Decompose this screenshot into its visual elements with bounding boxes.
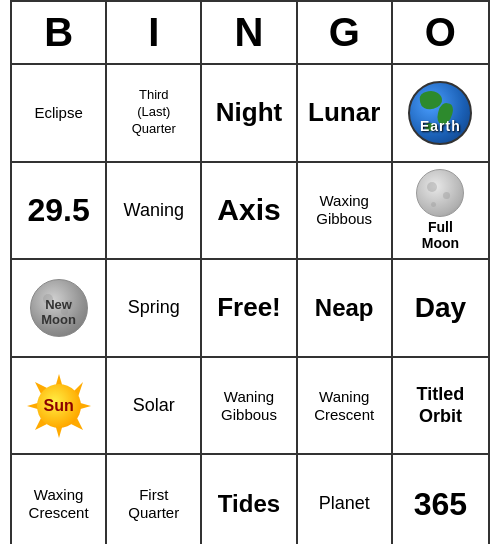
- cell-solar-text: Solar: [133, 395, 175, 417]
- cell-third-quarter[interactable]: Third(Last)Quarter: [107, 65, 202, 163]
- cell-planet[interactable]: Planet: [298, 455, 393, 544]
- sun-body: Sun: [37, 384, 81, 428]
- cell-tides[interactable]: Tides: [202, 455, 297, 544]
- header-o: O: [393, 2, 488, 63]
- new-moon-icon: NewMoon: [30, 279, 88, 337]
- cell-waxing-gibbous-text: WaxingGibbous: [316, 192, 372, 228]
- header-g: G: [298, 2, 393, 63]
- cell-night-text: Night: [216, 97, 282, 128]
- earth-icon: Earth: [408, 81, 472, 145]
- cell-waxing-crescent-text: WaxingCrescent: [29, 486, 89, 522]
- moon-icon: [416, 169, 464, 217]
- sun-container: Sun: [25, 372, 93, 440]
- new-moon-label: NewMoon: [31, 297, 87, 328]
- cell-day[interactable]: Day: [393, 260, 488, 358]
- header-b: B: [12, 2, 107, 63]
- header-n: N: [202, 2, 297, 63]
- cell-29-5[interactable]: 29.5: [12, 163, 107, 261]
- cell-first-quarter[interactable]: FirstQuarter: [107, 455, 202, 544]
- cell-full-moon[interactable]: FullMoon: [393, 163, 488, 261]
- cell-eclipse-text: Eclipse: [34, 104, 82, 122]
- bingo-header: B I N G O: [12, 2, 488, 65]
- header-i: I: [107, 2, 202, 63]
- bingo-grid: Eclipse Third(Last)Quarter Night Lunar E…: [12, 65, 488, 544]
- cell-new-moon[interactable]: NewMoon: [12, 260, 107, 358]
- cell-waxing-gibbous[interactable]: WaxingGibbous: [298, 163, 393, 261]
- cell-axis-text: Axis: [217, 192, 280, 228]
- cell-titled-orbit[interactable]: TitledOrbit: [393, 358, 488, 456]
- cell-earth[interactable]: Earth: [393, 65, 488, 163]
- cell-free[interactable]: Free!: [202, 260, 297, 358]
- cell-tides-text: Tides: [218, 490, 280, 519]
- cell-spring[interactable]: Spring: [107, 260, 202, 358]
- cell-sun[interactable]: Sun: [12, 358, 107, 456]
- cell-waning-text: Waning: [124, 200, 184, 222]
- cell-spring-text: Spring: [128, 297, 180, 319]
- new-moon-container: NewMoon: [30, 279, 88, 337]
- cell-waning-gibbous-text: WaningGibbous: [221, 388, 277, 424]
- cell-waning-crescent[interactable]: WaningCrescent: [298, 358, 393, 456]
- full-moon-container: FullMoon: [416, 169, 464, 253]
- cell-day-text: Day: [415, 291, 466, 325]
- cell-lunar-text: Lunar: [308, 97, 380, 128]
- cell-neap-text: Neap: [315, 294, 374, 323]
- earth-label: Earth: [410, 118, 470, 135]
- cell-planet-text: Planet: [319, 493, 370, 515]
- cell-axis[interactable]: Axis: [202, 163, 297, 261]
- cell-29-5-text: 29.5: [27, 191, 89, 229]
- cell-waning-crescent-text: WaningCrescent: [314, 388, 374, 424]
- sun-label: Sun: [43, 396, 73, 415]
- cell-third-quarter-text: Third(Last)Quarter: [132, 87, 176, 138]
- bingo-card: B I N G O Eclipse Third(Last)Quarter Nig…: [10, 0, 490, 544]
- cell-lunar[interactable]: Lunar: [298, 65, 393, 163]
- cell-eclipse[interactable]: Eclipse: [12, 65, 107, 163]
- cell-solar[interactable]: Solar: [107, 358, 202, 456]
- cell-waxing-crescent[interactable]: WaxingCrescent: [12, 455, 107, 544]
- cell-night[interactable]: Night: [202, 65, 297, 163]
- cell-titled-orbit-text: TitledOrbit: [417, 384, 465, 427]
- cell-waning[interactable]: Waning: [107, 163, 202, 261]
- full-moon-label: FullMoon: [422, 219, 459, 253]
- cell-waning-gibbous[interactable]: WaningGibbous: [202, 358, 297, 456]
- cell-365[interactable]: 365: [393, 455, 488, 544]
- cell-free-text: Free!: [217, 292, 281, 323]
- cell-first-quarter-text: FirstQuarter: [128, 486, 179, 522]
- cell-neap[interactable]: Neap: [298, 260, 393, 358]
- cell-365-text: 365: [414, 485, 467, 523]
